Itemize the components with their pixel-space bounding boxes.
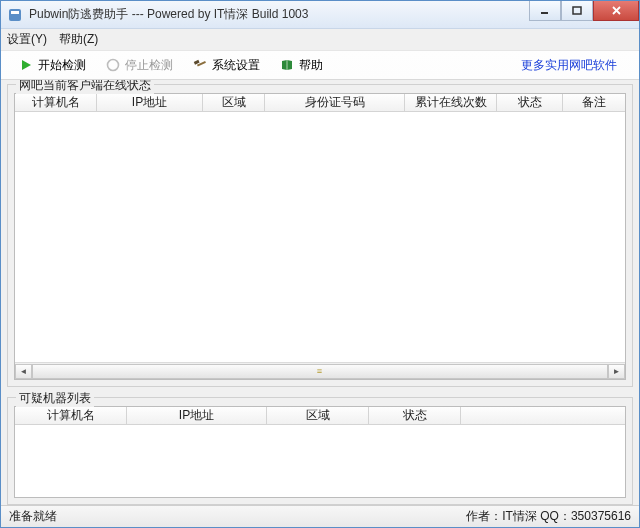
titlebar[interactable]: Pubwin防逃费助手 --- Powered by IT情深 Build 10…	[1, 1, 639, 29]
svg-rect-8	[194, 60, 200, 65]
minimize-icon	[540, 6, 550, 16]
hammer-icon	[193, 58, 207, 72]
suspicious-group: 可疑机器列表 计算机名 IP地址 区域 状态	[7, 397, 633, 505]
scroll-thumb[interactable]: ≡	[32, 364, 608, 379]
app-icon	[7, 7, 23, 23]
menu-settings[interactable]: 设置(Y)	[7, 31, 47, 48]
scroll-track[interactable]: ≡	[32, 364, 608, 379]
col-area[interactable]: 区域	[203, 94, 265, 111]
suspicious-body[interactable]	[15, 425, 625, 497]
online-clients-body[interactable]	[15, 112, 625, 362]
close-icon	[611, 5, 622, 16]
help-label: 帮助	[299, 57, 323, 74]
col-remark[interactable]: 备注	[563, 94, 625, 111]
svg-marker-6	[22, 60, 31, 70]
online-clients-group: 网吧当前客户端在线状态 计算机名 IP地址 区域 身份证号码 累计在线次数 状态…	[7, 84, 633, 387]
window-controls	[529, 1, 639, 21]
svg-rect-3	[573, 7, 581, 14]
more-software-link[interactable]: 更多实用网吧软件	[521, 57, 631, 74]
app-window: Pubwin防逃费助手 --- Powered by IT情深 Build 10…	[0, 0, 640, 528]
maximize-icon	[572, 6, 582, 16]
client-area: 网吧当前客户端在线状态 计算机名 IP地址 区域 身份证号码 累计在线次数 状态…	[1, 80, 639, 505]
scroll-right-button[interactable]: ►	[608, 364, 625, 379]
toolbar: 开始检测 停止检测 系统设置 帮助 更多实用网吧软件	[1, 50, 639, 80]
col2-computer-name[interactable]: 计算机名	[15, 407, 127, 424]
suspicious-title: 可疑机器列表	[16, 390, 94, 407]
col2-ip[interactable]: IP地址	[127, 407, 267, 424]
start-detect-button[interactable]: 开始检测	[9, 51, 96, 79]
play-icon	[19, 58, 33, 72]
horizontal-scrollbar[interactable]: ◄ ≡ ►	[15, 362, 625, 379]
window-title: Pubwin防逃费助手 --- Powered by IT情深 Build 10…	[29, 6, 308, 23]
col2-status[interactable]: 状态	[369, 407, 461, 424]
stop-icon	[106, 58, 120, 72]
gripper-icon: ≡	[313, 365, 327, 378]
col-computer-name[interactable]: 计算机名	[15, 94, 97, 111]
table-header-2: 计算机名 IP地址 区域 状态	[15, 407, 625, 425]
suspicious-table[interactable]: 计算机名 IP地址 区域 状态	[14, 406, 626, 498]
status-author: 作者：IT情深 QQ：350375616	[466, 508, 631, 525]
menubar: 设置(Y) 帮助(Z)	[1, 29, 639, 50]
col-idcard[interactable]: 身份证号码	[265, 94, 405, 111]
book-icon	[280, 58, 294, 72]
help-button[interactable]: 帮助	[270, 51, 333, 79]
col-ip[interactable]: IP地址	[97, 94, 203, 111]
svg-rect-1	[11, 11, 19, 14]
table-header: 计算机名 IP地址 区域 身份证号码 累计在线次数 状态 备注	[15, 94, 625, 112]
statusbar: 准备就绪 作者：IT情深 QQ：350375616	[1, 505, 639, 527]
system-settings-label: 系统设置	[212, 57, 260, 74]
col2-area[interactable]: 区域	[267, 407, 369, 424]
close-button[interactable]	[593, 1, 639, 21]
col-status[interactable]: 状态	[497, 94, 563, 111]
svg-point-7	[108, 60, 119, 71]
status-ready: 准备就绪	[9, 508, 57, 525]
menu-help[interactable]: 帮助(Z)	[59, 31, 98, 48]
system-settings-button[interactable]: 系统设置	[183, 51, 270, 79]
scroll-left-button[interactable]: ◄	[15, 364, 32, 379]
col-online-count[interactable]: 累计在线次数	[405, 94, 497, 111]
start-detect-label: 开始检测	[38, 57, 86, 74]
maximize-button[interactable]	[561, 1, 593, 21]
online-clients-table[interactable]: 计算机名 IP地址 区域 身份证号码 累计在线次数 状态 备注 ◄ ≡ ►	[14, 93, 626, 380]
online-clients-title: 网吧当前客户端在线状态	[16, 80, 154, 94]
col2-blank[interactable]	[461, 407, 625, 424]
minimize-button[interactable]	[529, 1, 561, 21]
stop-detect-label: 停止检测	[125, 57, 173, 74]
stop-detect-button: 停止检测	[96, 51, 183, 79]
svg-rect-0	[9, 9, 21, 21]
